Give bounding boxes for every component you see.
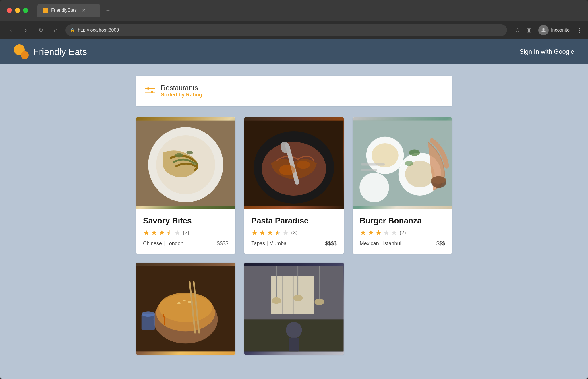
svg-point-10 <box>192 162 198 165</box>
svg-point-54 <box>286 322 302 338</box>
filter-subtitle: Sorted by Rating <box>161 92 202 98</box>
svg-point-34 <box>159 293 212 322</box>
svg-point-9 <box>186 151 193 154</box>
app-header: Friendly Eats Sign In with Google <box>0 39 588 64</box>
card-body: Pasta Paradise ★ ★ ★ ★★ ★ (3) <box>244 209 343 254</box>
svg-point-52 <box>315 299 324 305</box>
svg-point-4 <box>151 91 153 93</box>
star-2: ★ <box>259 228 266 237</box>
logo-circle-secondary <box>21 51 29 59</box>
star-rating: ★ ★ ★ ★ ★ (2) <box>360 228 445 237</box>
incognito-area: Incognito <box>538 25 570 35</box>
sign-in-button[interactable]: Sign In with Google <box>519 48 574 55</box>
star-1: ★ <box>251 228 258 237</box>
restaurant-card[interactable] <box>136 263 235 355</box>
url-text: http://localhost:3000 <box>78 28 502 33</box>
star-rating: ★ ★ ★ ★ ★ (2) <box>143 228 228 237</box>
traffic-lights <box>7 8 28 13</box>
svg-point-41 <box>142 311 155 317</box>
star-1: ★ <box>143 228 150 237</box>
tab-title: FriendlyEats <box>51 8 77 13</box>
review-count: (3) <box>291 230 297 236</box>
price-level: $$$$ <box>217 241 228 247</box>
svg-point-8 <box>175 153 183 158</box>
restaurant-card[interactable] <box>244 263 343 355</box>
back-button[interactable]: ‹ <box>6 25 16 35</box>
svg-rect-25 <box>361 163 385 165</box>
svg-point-37 <box>183 300 185 301</box>
star-rating: ★ ★ ★ ★★ ★ (3) <box>251 228 336 237</box>
title-bar: FriendlyEats ✕ + ⌄ <box>0 0 588 21</box>
restaurant-image <box>353 117 452 209</box>
new-tab-button[interactable]: + <box>103 5 113 16</box>
svg-point-50 <box>293 295 303 301</box>
app-body: Restaurants Sorted by Rating <box>0 64 588 379</box>
svg-point-35 <box>177 302 181 304</box>
star-4: ★ <box>166 228 173 237</box>
svg-point-17 <box>297 161 310 169</box>
address-bar: ‹ › ↻ ⌂ 🔒 http://localhost:3000 ☆ ▣ Inco… <box>0 21 588 39</box>
app-logo-icon <box>14 44 29 59</box>
maximize-button[interactable] <box>23 8 28 13</box>
price-level: $$$ <box>436 241 445 247</box>
restaurant-image <box>136 263 235 355</box>
filter-header: Restaurants Sorted by Rating <box>136 76 452 106</box>
card-meta: Tapas | Mumbai $$$$ <box>251 241 336 247</box>
restaurant-card[interactable]: Burger Bonanza ★ ★ ★ ★ ★ (2) Mexican | I… <box>353 117 452 254</box>
star-5: ★ <box>282 228 289 237</box>
star-4: ★ <box>383 228 390 237</box>
svg-point-0 <box>542 28 544 30</box>
filter-text: Restaurants Sorted by Rating <box>161 84 202 98</box>
svg-rect-45 <box>271 276 314 314</box>
star-3: ★ <box>375 228 382 237</box>
star-1: ★ <box>360 228 366 237</box>
split-view-icon[interactable]: ▣ <box>527 27 531 33</box>
svg-rect-55 <box>289 338 299 352</box>
star-5: ★ <box>391 228 397 237</box>
svg-rect-46 <box>282 276 283 314</box>
cuisine-city: Tapas | Mumbai <box>251 241 288 247</box>
logo-container: Friendly Eats <box>14 44 87 59</box>
restaurant-name: Burger Bonanza <box>360 216 445 225</box>
app-title: Friendly Eats <box>33 47 87 57</box>
restaurant-image <box>136 117 235 209</box>
minimize-button[interactable] <box>15 8 20 13</box>
review-count: (2) <box>183 230 189 236</box>
incognito-avatar[interactable] <box>538 25 549 35</box>
browser-menu-button[interactable]: ⋮ <box>577 27 582 34</box>
star-4: ★★ <box>274 228 281 237</box>
reload-button[interactable]: ↻ <box>36 25 46 35</box>
tab-close-button[interactable]: ✕ <box>82 8 86 13</box>
svg-point-36 <box>188 301 191 303</box>
content-wrapper: Restaurants Sorted by Rating <box>125 76 463 355</box>
home-button[interactable]: ⌂ <box>51 25 61 35</box>
svg-rect-26 <box>361 169 377 171</box>
restaurant-name: Pasta Paradise <box>251 216 336 225</box>
active-tab[interactable]: FriendlyEats ✕ <box>37 4 100 17</box>
restaurant-card[interactable]: Savory Bites ★ ★ ★ ★ ★ (2) Chinese | Lon… <box>136 117 235 254</box>
svg-point-48 <box>272 297 282 304</box>
bookmark-icon[interactable]: ☆ <box>515 27 520 33</box>
forward-button[interactable]: › <box>21 25 31 35</box>
restaurant-grid-bottom <box>136 263 452 355</box>
svg-point-22 <box>359 173 389 202</box>
browser-window: FriendlyEats ✕ + ⌄ ‹ › ↻ ⌂ 🔒 http://loca… <box>0 0 588 379</box>
star-2: ★ <box>151 228 157 237</box>
url-bar[interactable]: 🔒 http://localhost:3000 <box>65 24 507 36</box>
star-5: ★ <box>174 228 181 237</box>
restaurant-card[interactable]: Pasta Paradise ★ ★ ★ ★★ ★ (3) <box>244 117 343 254</box>
svg-point-16 <box>279 165 295 175</box>
tab-favicon <box>43 8 48 13</box>
cuisine-city: Chinese | London <box>143 241 183 247</box>
restaurant-image <box>244 117 343 209</box>
lock-icon: 🔒 <box>70 28 75 32</box>
close-button[interactable] <box>7 8 12 13</box>
price-level: $$$$ <box>325 241 337 247</box>
tab-more-button[interactable]: ⌄ <box>573 7 581 14</box>
star-3: ★ <box>267 228 273 237</box>
svg-point-29 <box>409 149 420 156</box>
app-window: Friendly Eats Sign In with Google <box>0 39 588 379</box>
review-count: (2) <box>400 230 406 236</box>
svg-rect-47 <box>293 276 294 314</box>
svg-point-28 <box>431 176 446 184</box>
